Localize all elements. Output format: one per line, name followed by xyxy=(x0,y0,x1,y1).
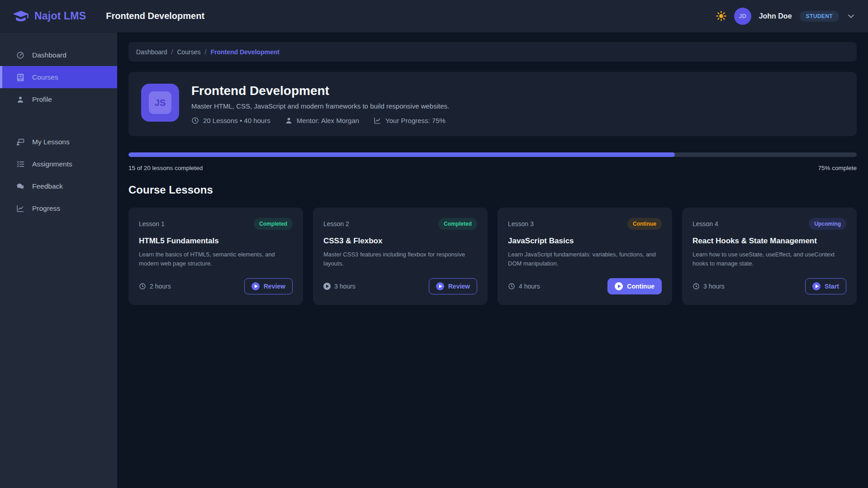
review-button[interactable]: Review xyxy=(429,278,477,294)
breadcrumb-separator: / xyxy=(171,48,173,56)
lesson-duration: 4 hours xyxy=(508,283,540,290)
lesson-description: Master CSS3 features including flexbox f… xyxy=(323,250,477,268)
lesson-card: Lesson 1 Completed HTML5 Fundamentals Le… xyxy=(128,208,303,305)
chart-line-icon xyxy=(16,204,24,213)
sidebar-item-courses[interactable]: Courses xyxy=(0,66,117,88)
sidebar-main-group: Dashboard Courses Profile xyxy=(0,44,117,110)
main-content: Dashboard / Courses / Frontend Developme… xyxy=(117,33,868,488)
stat-progress: Your Progress: 75% xyxy=(374,117,446,124)
brand[interactable]: Najot LMS xyxy=(13,9,86,23)
lesson-duration: 3 hours xyxy=(323,283,356,290)
status-badge: Continue xyxy=(627,218,662,230)
sidebar-item-label: Courses xyxy=(32,73,58,81)
sidebar-item-label: Feedback xyxy=(32,182,63,190)
duration-text: 3 hours xyxy=(703,283,725,290)
lesson-title: React Hooks & State Management xyxy=(693,237,846,246)
duration-text: 4 hours xyxy=(519,283,540,290)
role-badge: STUDENT xyxy=(800,11,839,22)
stat-text: Mentor: Alex Morgan xyxy=(297,117,359,124)
user-icon xyxy=(16,95,24,104)
lesson-duration: 2 hours xyxy=(139,283,171,290)
lesson-number: Lesson 3 xyxy=(508,220,534,227)
lesson-card-footer: 4 hours Continue xyxy=(508,278,662,294)
lesson-card-footer: 2 hours Review xyxy=(139,278,293,294)
sidebar-item-label: Dashboard xyxy=(32,51,66,59)
status-badge: Upcoming xyxy=(809,218,846,230)
sidebar-item-label: Progress xyxy=(32,204,60,213)
stat-text: Your Progress: 75% xyxy=(385,117,446,124)
play-circle-icon xyxy=(251,282,260,290)
lesson-number: Lesson 1 xyxy=(139,220,165,227)
lesson-duration: 3 hours xyxy=(693,283,725,290)
sidebar-secondary-group: My Lessons Assignments Feedback Progress xyxy=(0,131,117,219)
sidebar-item-dashboard[interactable]: Dashboard xyxy=(0,44,117,66)
sidebar-item-my-lessons[interactable]: My Lessons xyxy=(0,131,117,153)
continue-button[interactable]: Continue xyxy=(607,278,662,294)
lesson-title: CSS3 & Flexbox xyxy=(323,237,477,246)
brand-name: Najot LMS xyxy=(34,10,86,22)
lessons-grid: Lesson 1 Completed HTML5 Fundamentals Le… xyxy=(128,208,857,305)
button-label: Review xyxy=(448,283,470,290)
lesson-card: Lesson 2 Completed CSS3 & Flexbox Master… xyxy=(313,208,488,305)
review-button[interactable]: Review xyxy=(244,278,293,294)
course-info: Frontend Development Master HTML, CSS, J… xyxy=(191,84,449,124)
sidebar-item-label: Assignments xyxy=(32,160,72,168)
course-icon-label: JS xyxy=(149,91,171,114)
breadcrumb: Dashboard / Courses / Frontend Developme… xyxy=(128,42,857,62)
clock-icon xyxy=(139,283,146,290)
duration-text: 2 hours xyxy=(150,283,171,290)
play-circle-icon xyxy=(436,282,444,290)
lesson-card-top: Lesson 1 Completed xyxy=(139,218,293,230)
breadcrumb-dashboard[interactable]: Dashboard xyxy=(136,48,167,56)
lesson-card-top: Lesson 4 Upcoming xyxy=(693,218,846,230)
play-circle-icon xyxy=(812,282,821,290)
app-header: Najot LMS Frontend Development JD John D… xyxy=(0,0,868,33)
lesson-title: HTML5 Fundamentals xyxy=(139,237,293,246)
lesson-description: Learn the basics of HTML5, semantic elem… xyxy=(139,250,293,268)
course-title: Frontend Development xyxy=(191,84,449,98)
start-button[interactable]: Start xyxy=(805,278,846,294)
user-menu-toggle[interactable] xyxy=(847,12,855,20)
chevron-down-icon xyxy=(847,12,855,20)
lesson-card: Lesson 4 Upcoming React Hooks & State Ma… xyxy=(682,208,857,305)
breadcrumb-separator: / xyxy=(205,48,207,56)
lesson-card: Lesson 3 Continue JavaScript Basics Lear… xyxy=(498,208,672,305)
theme-toggle-button[interactable] xyxy=(716,11,726,21)
lesson-title: JavaScript Basics xyxy=(508,237,662,246)
breadcrumb-current: Frontend Development xyxy=(210,48,279,56)
clock-icon xyxy=(508,283,515,290)
avatar[interactable]: JD xyxy=(734,8,751,25)
progress-bar-fill xyxy=(128,152,675,157)
chalkboard-user-icon xyxy=(16,138,24,146)
sidebar-item-assignments[interactable]: Assignments xyxy=(0,153,117,175)
gauge-icon xyxy=(16,51,24,59)
stat-mentor: Mentor: Alex Morgan xyxy=(285,117,359,124)
status-badge: Completed xyxy=(254,218,293,230)
course-progress-bar xyxy=(128,152,857,157)
course-icon: JS xyxy=(141,84,179,122)
section-heading: Course Lessons xyxy=(128,184,857,196)
lesson-number: Lesson 2 xyxy=(323,220,349,227)
duration-text: 3 hours xyxy=(334,283,356,290)
stat-lessons-hours: 20 Lessons • 40 hours xyxy=(191,117,270,124)
button-label: Start xyxy=(825,283,839,290)
sidebar-item-feedback[interactable]: Feedback xyxy=(0,175,117,197)
course-description: Master HTML, CSS, JavaScript and modern … xyxy=(191,102,449,110)
user-name: John Doe xyxy=(759,12,792,20)
lesson-number: Lesson 4 xyxy=(693,220,718,227)
lesson-description: Learn JavaScript fundamentals: variables… xyxy=(508,250,662,268)
sidebar-item-profile[interactable]: Profile xyxy=(0,88,117,110)
sun-icon xyxy=(716,11,726,21)
play-circle-icon xyxy=(323,283,331,290)
sidebar-item-label: My Lessons xyxy=(32,138,70,146)
lesson-card-footer: 3 hours Start xyxy=(693,278,846,294)
breadcrumb-courses[interactable]: Courses xyxy=(177,48,200,56)
lesson-description: Learn how to use useState, useEffect, an… xyxy=(693,250,846,268)
sidebar: Dashboard Courses Profile My Lessons Ass… xyxy=(0,33,117,488)
lesson-card-footer: 3 hours Review xyxy=(323,278,477,294)
sidebar-item-progress[interactable]: Progress xyxy=(0,197,117,219)
status-badge: Completed xyxy=(438,218,477,230)
clock-icon xyxy=(191,117,199,124)
play-circle-icon xyxy=(615,282,623,290)
book-icon xyxy=(16,73,24,81)
